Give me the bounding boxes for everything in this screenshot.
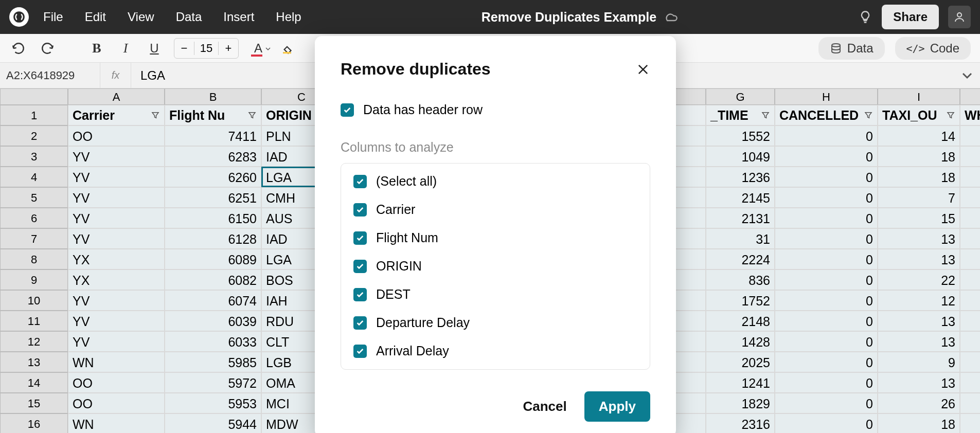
column-name: ORIGIN <box>376 259 422 274</box>
column-checkbox-item[interactable]: (Select all) <box>353 174 637 189</box>
cancel-button[interactable]: Cancel <box>523 399 567 414</box>
close-icon[interactable] <box>636 62 650 77</box>
checkbox-icon[interactable] <box>353 203 367 217</box>
column-name: Carrier <box>376 202 415 217</box>
header-row-checkbox[interactable] <box>341 103 354 117</box>
remove-duplicates-modal: Remove duplicates Data has header row Co… <box>315 36 676 433</box>
column-name: Arrival Delay <box>376 344 449 358</box>
column-name: Flight Num <box>376 230 438 245</box>
column-name: DEST <box>376 287 411 302</box>
checkbox-icon[interactable] <box>353 175 367 188</box>
column-checkbox-item[interactable]: Flight Num <box>353 230 637 245</box>
apply-button[interactable]: Apply <box>584 391 650 422</box>
column-checkbox-item[interactable]: Arrival Delay <box>353 344 637 358</box>
modal-title: Remove duplicates <box>341 60 491 79</box>
columns-list[interactable]: (Select all) Carrier Flight Num ORIGIN D… <box>341 163 650 370</box>
column-checkbox-item[interactable]: Carrier <box>353 202 637 217</box>
column-name: Departure Delay <box>376 315 470 330</box>
checkbox-icon[interactable] <box>353 231 367 245</box>
column-name: (Select all) <box>376 174 437 189</box>
column-checkbox-item[interactable]: DEST <box>353 287 637 302</box>
checkbox-icon[interactable] <box>353 260 367 273</box>
checkbox-icon[interactable] <box>353 316 367 330</box>
checkbox-icon[interactable] <box>353 345 367 358</box>
column-checkbox-item[interactable]: Departure Delay <box>353 315 637 330</box>
checkbox-icon[interactable] <box>353 288 367 301</box>
columns-section-label: Columns to analyze <box>341 140 650 155</box>
header-row-label: Data has header row <box>363 102 483 117</box>
column-checkbox-item[interactable]: ORIGIN <box>353 259 637 274</box>
